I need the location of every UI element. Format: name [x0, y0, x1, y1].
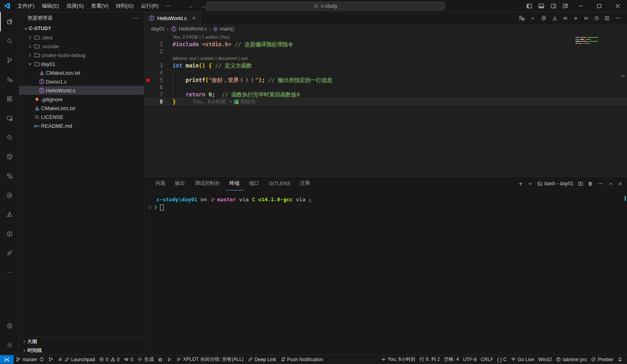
window-close-button[interactable] [608, 0, 627, 12]
command-center-search[interactable]: c-study [206, 2, 445, 10]
status-language-mode[interactable]: { } C [495, 355, 509, 364]
codelens[interactable]: You, 2小时前 | 1 author (You) [144, 34, 627, 41]
layout-panel-button[interactable] [535, 0, 547, 12]
run-dropdown-button[interactable] [530, 16, 535, 21]
activity-flowchart[interactable] [0, 166, 19, 186]
editor-settings-button[interactable] [541, 15, 547, 21]
split-terminal-button[interactable] [578, 181, 583, 186]
close-panel-button[interactable] [618, 181, 623, 186]
code-line-5[interactable]: 5 printf("你好，世界！！！"); // 输出所指定的一行信息 [144, 76, 627, 84]
code-line-1[interactable]: 1#include <stdio.h> // 这是编译预处理指令 [144, 41, 627, 48]
tree-item--gitignore[interactable]: .gitignore [19, 95, 144, 104]
revision-next-button[interactable] [584, 16, 589, 21]
menu-item[interactable]: 转到(G) [112, 2, 138, 10]
command-decoration-icon[interactable] [148, 206, 151, 209]
status-go-live[interactable]: Go Live [509, 355, 536, 364]
layout-sidebar-button[interactable] [523, 0, 535, 12]
panel-tab-注释[interactable]: 注释 [296, 177, 314, 190]
tree-item-c-study[interactable]: C-STUDY [19, 24, 144, 33]
activity-account[interactable] [0, 316, 19, 335]
status-commit-graph[interactable] [46, 355, 56, 364]
terminal-session[interactable]: bash - day01 [537, 181, 574, 186]
status-feedback[interactable]: 0 [121, 355, 135, 364]
kill-terminal-button[interactable] [588, 181, 593, 186]
remote-indicator[interactable] [0, 355, 14, 364]
status-deep-link[interactable]: Deep Link [246, 355, 278, 364]
tree-item-cmake-build-debug[interactable]: cmake-build-debug [19, 51, 144, 59]
tab-helloworld-c[interactable]: C HelloWorld.c [144, 12, 201, 24]
nav-back-button[interactable]: ← [188, 3, 194, 9]
tree-item-readme-md[interactable]: MREADME.md [19, 121, 144, 130]
activity-more[interactable] [0, 263, 19, 282]
code-editor[interactable]: You, 2小时前 | 1 author (You)1#include <std… [144, 34, 627, 176]
tree-item--vscode[interactable]: .vscode [19, 42, 144, 51]
status-encoding[interactable]: UTF-8 [461, 355, 479, 364]
activity-settings[interactable] [0, 335, 19, 355]
menu-item[interactable]: 文件(F) [14, 2, 38, 10]
breakpoint-icon[interactable] [144, 76, 152, 84]
status-notifications[interactable] [615, 355, 625, 364]
menu-item[interactable]: 编辑(E) [38, 2, 63, 10]
code-line-8[interactable]: 8}You, 6小时前 •初始化 [144, 98, 627, 105]
tree-item-license[interactable]: LICENSE [19, 112, 144, 121]
revision-current-button[interactable] [573, 16, 578, 21]
panel-tab-端口[interactable]: 端口 [245, 177, 263, 190]
tree-item-demo1-c[interactable]: CDemo1.c [19, 77, 144, 86]
code-line-6[interactable]: 6 [144, 84, 627, 91]
status-cursor-position[interactable]: 行 8, 列 2 [417, 355, 442, 364]
terminal[interactable]: c-study\day01 on master via C v14.1.0-gc… [144, 190, 627, 211]
code-line-2[interactable]: 2 [144, 48, 627, 55]
status-cmake-build[interactable]: 生成 [135, 355, 156, 364]
tree-item-cmakelists-txt[interactable]: CMakeLists.txt [19, 68, 144, 77]
close-tab-icon[interactable] [191, 16, 196, 20]
menu-item[interactable]: 查看(V) [87, 2, 112, 10]
activity-cmake[interactable] [0, 205, 19, 224]
tree-item-day01[interactable]: day01 [19, 59, 144, 68]
split-editor-button[interactable] [604, 16, 610, 21]
status-cmake-debug[interactable] [156, 355, 165, 364]
panel-tab-gitlens[interactable]: GITLENS [265, 177, 295, 190]
terminal-profile-dropdown-button[interactable] [528, 181, 533, 186]
activity-gitlens[interactable] [0, 224, 19, 243]
layout-secondary-button[interactable] [547, 0, 559, 12]
status-launchpad[interactable]: Launchpad [56, 355, 97, 364]
section-时间线[interactable]: 时间线 [19, 346, 144, 355]
breadcrumb-item[interactable]: main() [213, 26, 234, 32]
activity-package[interactable] [0, 147, 19, 166]
status-problems[interactable]: 00 [97, 355, 121, 364]
panel-tab-输出[interactable]: 输出 [171, 177, 189, 190]
status-prettier[interactable]: Prettier [589, 355, 615, 364]
activity-lightning[interactable] [0, 186, 19, 205]
window-max-button[interactable] [590, 0, 608, 12]
menu-more[interactable]: ⋯ [162, 3, 175, 9]
tree-item-helloworld-c[interactable]: CHelloWorld.c [19, 86, 144, 95]
activity-search[interactable] [0, 31, 19, 51]
tree-item-cmakelists-txt[interactable]: CMakeLists.txt [19, 104, 144, 112]
status-push-notification[interactable]: Push Notification [278, 355, 325, 364]
status-git-branch[interactable]: master [14, 355, 46, 364]
minimap[interactable] [576, 37, 600, 45]
code-line-7[interactable]: 7 return 0; // 函数执行完毕时返回函数值0 [144, 91, 627, 98]
activity-explorer[interactable] [0, 12, 19, 31]
status-eol[interactable]: CRLF [479, 355, 495, 364]
file-history-button[interactable] [594, 16, 599, 21]
activity-source-control[interactable] [0, 51, 19, 70]
panel-more-actions-button[interactable] [597, 180, 604, 187]
layout-grid-button[interactable] [559, 0, 571, 12]
status-cmake-launch[interactable] [165, 355, 174, 364]
status-tabnine[interactable]: tabnine pro [554, 355, 589, 364]
nav-forward-button[interactable]: → [200, 3, 206, 9]
menu-item[interactable]: 运行(R) [137, 2, 162, 10]
panel-tab-调试控制台[interactable]: 调试控制台 [191, 177, 224, 190]
status-indentation[interactable]: 空格: 4 [442, 355, 461, 364]
breadcrumb-item[interactable]: day01 [151, 26, 165, 32]
activity-remote-explorer[interactable] [0, 108, 19, 128]
maximize-panel-button[interactable] [608, 181, 613, 186]
install-button[interactable] [552, 16, 557, 21]
code-line-4[interactable]: 4 [144, 69, 627, 76]
sidebar-more-actions-icon[interactable]: ⋯ [132, 14, 138, 22]
activity-gitlens-inspect[interactable] [0, 128, 19, 147]
status-platform[interactable]: Win32 [536, 355, 554, 364]
breadcrumb-item[interactable]: CHelloWorld.c [171, 26, 207, 32]
activity-run-debug[interactable] [0, 70, 19, 89]
